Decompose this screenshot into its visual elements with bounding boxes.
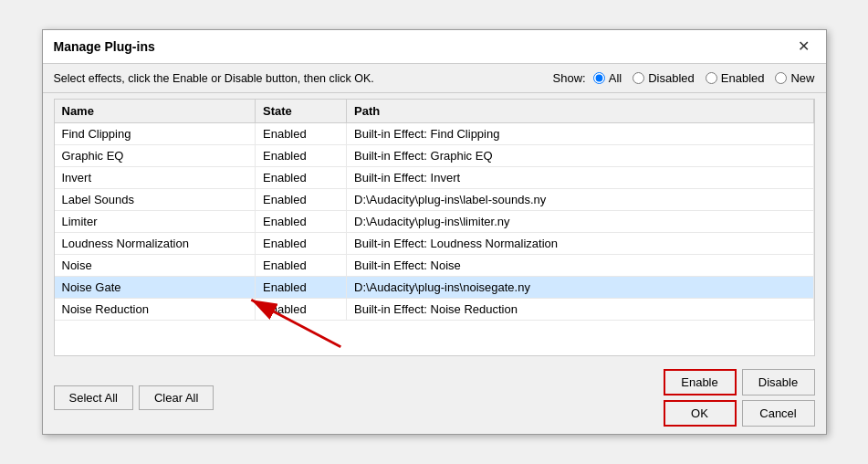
disable-button[interactable]: Disable (742, 369, 815, 395)
plugin-path: Built-in Effect: Noise Reduction (347, 299, 814, 321)
plugin-name: Noise Reduction (55, 299, 256, 321)
ok-button[interactable]: OK (664, 400, 737, 427)
plugin-path: Built-in Effect: Loudness Normalization (347, 233, 814, 255)
col-state: State (256, 100, 347, 123)
plugin-path: Built-in Effect: Graphic EQ (347, 145, 814, 167)
table-row[interactable]: NoiseEnabledBuilt-in Effect: Noise (55, 255, 814, 277)
col-name: Name (55, 100, 256, 123)
plugin-state: Enabled (256, 299, 347, 321)
radio-all[interactable]: All (593, 71, 622, 85)
plugin-path: Built-in Effect: Invert (347, 167, 814, 189)
table-row[interactable]: LimiterEnabledD:\Audacity\plug-ins\limit… (55, 211, 814, 233)
table-row[interactable]: Label SoundsEnabledD:\Audacity\plug-ins\… (55, 189, 814, 211)
ok-cancel-row: OK Cancel (664, 400, 815, 427)
title-bar: Manage Plug-ins ✕ (43, 30, 826, 64)
plugin-path: D:\Audacity\plug-ins\label-sounds.ny (347, 189, 814, 211)
radio-disabled[interactable]: Disabled (633, 71, 695, 85)
manage-plugins-dialog: Manage Plug-ins ✕ Select effects, click … (42, 29, 827, 435)
plugin-name: Find Clipping (55, 123, 256, 145)
plugins-table-container: Name State Path Find ClippingEnabledBuil… (54, 99, 815, 356)
plugin-name: Limiter (55, 211, 256, 233)
plugin-path: Built-in Effect: Noise (347, 255, 814, 277)
radio-new[interactable]: New (775, 71, 814, 85)
instruction-bar: Select effects, click the Enable or Disa… (43, 64, 826, 93)
plugin-state: Enabled (256, 277, 347, 299)
plugin-name: Graphic EQ (55, 145, 256, 167)
select-all-button[interactable]: Select All (54, 385, 133, 410)
plugin-state: Enabled (256, 123, 347, 145)
table-row[interactable]: Graphic EQEnabledBuilt-in Effect: Graphi… (55, 145, 814, 167)
right-button-group: Enable Disable OK Cancel (664, 369, 815, 427)
left-button-group: Select All Clear All (54, 385, 214, 410)
enable-disable-row: Enable Disable (664, 369, 815, 395)
plugin-state: Enabled (256, 189, 347, 211)
plugin-path: D:\Audacity\plug-ins\noisegate.ny (347, 277, 814, 299)
clear-all-button[interactable]: Clear All (139, 385, 214, 410)
table-row[interactable]: Noise ReductionEnabledBuilt-in Effect: N… (55, 299, 814, 321)
plugin-name: Noise (55, 255, 256, 277)
table-row[interactable]: Noise GateEnabledD:\Audacity\plug-ins\no… (55, 277, 814, 299)
plugin-state: Enabled (256, 167, 347, 189)
plugin-state: Enabled (256, 233, 347, 255)
plugin-name: Label Sounds (55, 189, 256, 211)
plugin-state: Enabled (256, 211, 347, 233)
table-row[interactable]: Loudness NormalizationEnabledBuilt-in Ef… (55, 233, 814, 255)
close-button[interactable]: ✕ (792, 37, 815, 56)
plugin-name: Noise Gate (55, 277, 256, 299)
plugin-state: Enabled (256, 145, 347, 167)
show-radio-group: All Disabled Enabled New (593, 71, 815, 85)
bottom-bar: Select All Clear All Enable Disable OK C… (43, 362, 826, 434)
plugin-name: Invert (55, 167, 256, 189)
enable-button[interactable]: Enable (664, 369, 737, 395)
plugins-table: Name State Path Find ClippingEnabledBuil… (55, 100, 814, 321)
dialog-title: Manage Plug-ins (54, 39, 155, 54)
col-path: Path (347, 100, 814, 123)
plugin-state: Enabled (256, 255, 347, 277)
show-label: Show: (553, 71, 586, 85)
table-scroll[interactable]: Name State Path Find ClippingEnabledBuil… (55, 100, 814, 355)
cancel-button[interactable]: Cancel (742, 400, 815, 427)
plugin-name: Loudness Normalization (55, 233, 256, 255)
plugin-path: Built-in Effect: Find Clipping (347, 123, 814, 145)
table-row[interactable]: Find ClippingEnabledBuilt-in Effect: Fin… (55, 123, 814, 145)
instruction-text: Select effects, click the Enable or Disa… (54, 72, 546, 85)
plugin-path: D:\Audacity\plug-ins\limiter.ny (347, 211, 814, 233)
table-row[interactable]: InvertEnabledBuilt-in Effect: Invert (55, 167, 814, 189)
radio-enabled[interactable]: Enabled (706, 71, 765, 85)
